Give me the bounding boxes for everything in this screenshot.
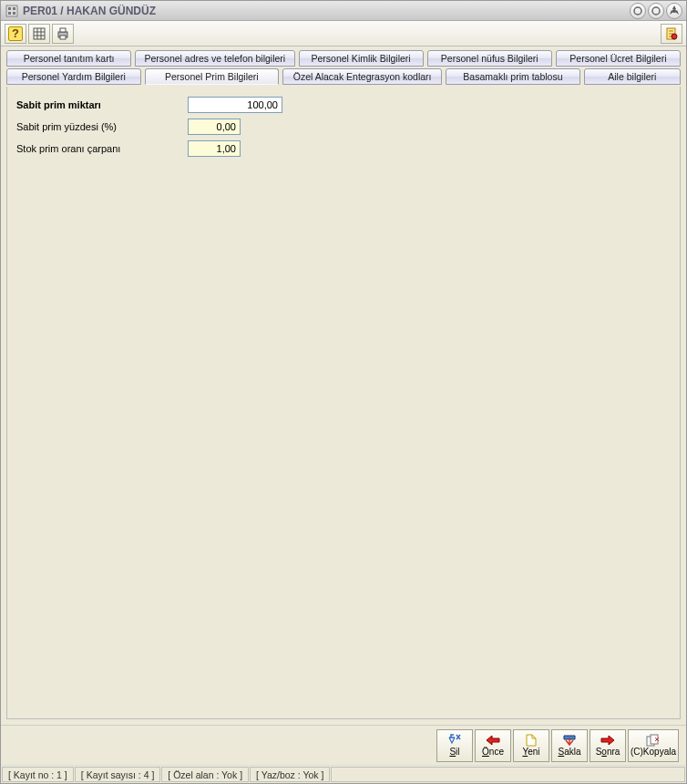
row-sabit-prim-yuzdesi: Sabit prim yüzdesi (%) <box>15 118 672 136</box>
status-empty <box>331 767 685 782</box>
arrow-right-icon <box>600 734 616 747</box>
tab-ozel-alacak[interactable]: Özel Alacak Entegrasyon kodları <box>282 68 442 85</box>
svg-point-20 <box>672 34 677 39</box>
delete-button[interactable]: Sil <box>436 729 473 762</box>
maximize-button[interactable] <box>648 3 664 19</box>
row-stok-prim-orani: Stok prim oranı çarpanı <box>15 139 672 158</box>
report-icon <box>664 26 679 41</box>
app-window: PER01 / HAKAN GÜNDÜZ ? <box>0 0 687 784</box>
svg-rect-1 <box>8 7 11 10</box>
svg-point-5 <box>634 7 641 15</box>
svg-rect-15 <box>60 36 66 39</box>
input-sabit-prim-miktari[interactable] <box>188 97 282 113</box>
help-icon: ? <box>8 26 23 41</box>
svg-point-7 <box>672 9 676 13</box>
save-button[interactable]: Sakla <box>551 729 588 762</box>
new-label: Yeni <box>522 748 539 757</box>
input-stok-prim-orani[interactable] <box>188 140 241 157</box>
copy-label: (C)Kopyala <box>631 748 676 757</box>
input-sabit-prim-yuzdesi[interactable] <box>188 119 241 135</box>
help-button[interactable]: ? <box>5 24 26 44</box>
grid-button[interactable] <box>28 24 50 44</box>
titlebar: PER01 / HAKAN GÜNDÜZ <box>1 1 686 21</box>
app-icon <box>5 4 19 18</box>
label-stok-prim-orani: Stok prim oranı çarpanı <box>15 143 188 154</box>
tab-prim[interactable]: Personel Prim Bilgileri <box>145 68 280 85</box>
tab-nufus[interactable]: Personel nüfus Bilgileri <box>427 50 552 67</box>
svg-rect-3 <box>13 7 15 10</box>
tab-aile[interactable]: Aile bilgileri <box>584 68 681 85</box>
tab-yardim[interactable]: Personel Yardım Bilgileri <box>6 68 141 85</box>
new-button[interactable]: Yeni <box>513 729 549 762</box>
copy-icon <box>646 734 661 747</box>
tab-adres[interactable]: Personel adres ve telefon bilgileri <box>135 50 294 67</box>
svg-rect-2 <box>8 12 11 15</box>
minimize-button[interactable] <box>630 3 646 19</box>
next-button[interactable]: Sonra <box>590 729 626 762</box>
label-sabit-prim-yuzdesi: Sabit prim yüzdesi (%) <box>15 121 188 132</box>
delete-icon <box>447 734 462 747</box>
arrow-left-icon <box>485 734 501 747</box>
tab-row-2: Personel Yardım Bilgileri Personel Prim … <box>6 68 681 85</box>
status-yaz-boz: [ Yaz/boz : Yok ] <box>250 767 330 782</box>
tab-ucret[interactable]: Personel Ücret Bilgileri <box>556 50 681 67</box>
status-kayit-sayisi: [ Kayıt sayısı : 4 ] <box>75 767 161 782</box>
window-title: PER01 / HAKAN GÜNDÜZ <box>23 5 630 17</box>
page-icon <box>526 734 537 747</box>
window-controls <box>630 3 682 19</box>
tab-row-1: Personel tanıtım kartı Personel adres ve… <box>6 50 681 67</box>
content-panel: Sabit prim miktarı Sabit prim yüzdesi (%… <box>6 87 681 719</box>
next-label: Sonra <box>596 748 620 757</box>
prev-button[interactable]: Önce <box>475 729 511 762</box>
bottom-toolbar: Sil Önce Yeni Sakla Sonra <box>1 725 686 765</box>
save-label: Sakla <box>558 748 580 757</box>
status-ozel-alan: [ Özel alan : Yok ] <box>161 767 249 782</box>
tabs-area: Personel tanıtım kartı Personel adres ve… <box>1 46 686 87</box>
svg-rect-4 <box>13 12 15 15</box>
maximize-icon <box>651 6 661 15</box>
tab-tanitim[interactable]: Personel tanıtım kartı <box>6 50 131 67</box>
row-sabit-prim-miktari: Sabit prim miktarı <box>15 96 672 114</box>
close-button[interactable] <box>666 3 682 19</box>
prev-label: Önce <box>482 748 504 757</box>
disk-icon <box>562 734 577 747</box>
delete-label: Sil <box>449 748 459 757</box>
svg-rect-0 <box>6 5 17 16</box>
status-kayit-no: [ Kayıt no : 1 ] <box>2 767 74 782</box>
radiation-icon <box>669 5 680 16</box>
svg-point-6 <box>652 7 660 15</box>
label-sabit-prim-miktari: Sabit prim miktarı <box>15 99 188 110</box>
report-button[interactable] <box>661 24 682 44</box>
svg-rect-8 <box>34 28 45 39</box>
tab-basamakli[interactable]: Basamaklı prim tablosu <box>446 68 580 85</box>
tab-kimlik[interactable]: Personel Kimlik Bilgileri <box>299 50 424 67</box>
statusbar: [ Kayıt no : 1 ] [ Kayıt sayısı : 4 ] [ … <box>1 765 686 783</box>
copy-button[interactable]: (C)Kopyala <box>628 729 679 762</box>
printer-icon <box>56 26 70 41</box>
grid-icon <box>32 26 46 41</box>
minimize-icon <box>633 6 642 15</box>
toolbar: ? <box>1 21 686 46</box>
svg-rect-14 <box>60 28 66 32</box>
print-button[interactable] <box>52 24 74 44</box>
